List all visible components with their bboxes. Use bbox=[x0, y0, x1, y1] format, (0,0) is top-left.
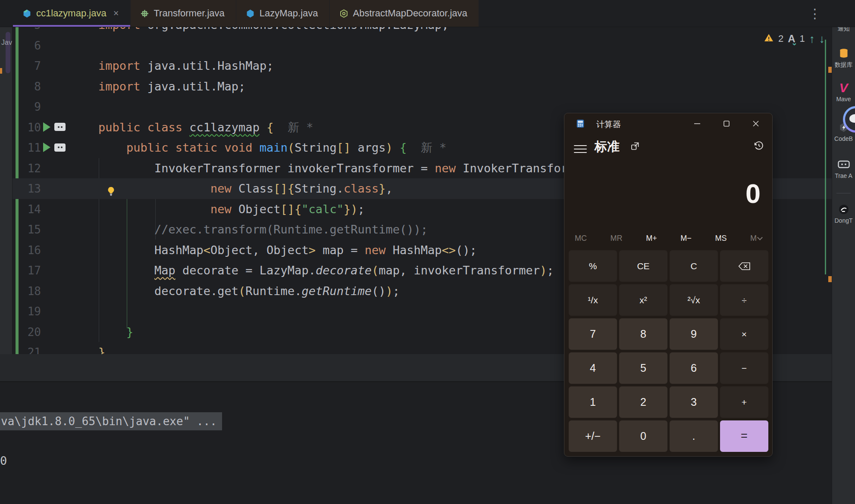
calc-button-8[interactable]: 8 bbox=[619, 318, 667, 350]
maven-icon: V bbox=[832, 82, 855, 94]
assistant-avatar-face bbox=[845, 108, 855, 131]
tab-close-icon[interactable]: × bbox=[113, 9, 119, 18]
code-line-5[interactable]: 5import org.apache.commons.collections.m… bbox=[12, 27, 832, 35]
sidebar-item-Trae A[interactable]: Trae A bbox=[832, 159, 855, 179]
keep-on-top-icon[interactable] bbox=[630, 141, 640, 153]
code-text: //exec.transform(Runtime.getRuntime()); bbox=[154, 219, 428, 240]
memory-button-M+[interactable]: M+ bbox=[646, 234, 657, 243]
calc-button-9[interactable]: 9 bbox=[670, 318, 718, 350]
tab-Transformer.java[interactable]: Transformer.java bbox=[131, 0, 236, 27]
calc-button-4[interactable]: 4 bbox=[569, 352, 617, 384]
left-tool-stripe: Jav bbox=[0, 27, 13, 354]
calc-button-×[interactable]: × bbox=[720, 318, 768, 350]
calc-button-5[interactable]: 5 bbox=[619, 352, 667, 384]
minimize-button[interactable] bbox=[687, 115, 707, 132]
calc-button-2[interactable]: 2 bbox=[619, 386, 667, 418]
line-number: 16 bbox=[24, 240, 41, 261]
memory-button-MR[interactable]: MR bbox=[611, 234, 623, 243]
line-number: 19 bbox=[24, 301, 41, 322]
code-text: new Class[]{String.class}, bbox=[210, 178, 393, 199]
line-number: 14 bbox=[24, 199, 41, 220]
calc-button-1[interactable]: 1 bbox=[569, 386, 617, 418]
sidebar-item-label: CodeB bbox=[832, 135, 855, 142]
code-line-8[interactable]: 8import java.util.Map; bbox=[12, 76, 832, 97]
memory-button-MS[interactable]: MS bbox=[715, 234, 727, 243]
calc-button-6[interactable]: 6 bbox=[670, 352, 718, 384]
stripe-scroll-pill[interactable] bbox=[6, 32, 10, 73]
calc-button-%[interactable]: % bbox=[569, 250, 617, 282]
sidebar-item-Mave[interactable]: VMave bbox=[832, 82, 855, 103]
editor-scrollbar[interactable] bbox=[825, 40, 826, 274]
ai-chat-gutter-icon[interactable] bbox=[54, 143, 66, 152]
code-text: public class cc1lazymap { 新 * bbox=[98, 117, 313, 138]
code-text: import java.util.Map; bbox=[98, 76, 245, 97]
error-stripe-mark[interactable] bbox=[828, 276, 832, 282]
ai-chat-gutter-icon[interactable] bbox=[54, 123, 66, 131]
typo-icon: A⌄ bbox=[788, 33, 795, 45]
code-text: Map decorate = LazyMap.decorate(map, inv… bbox=[154, 260, 554, 281]
memory-button-M−[interactable]: M− bbox=[680, 234, 692, 243]
maximize-button[interactable] bbox=[717, 115, 736, 132]
code-text: InvokerTransformer invokerTransformer = … bbox=[154, 158, 582, 179]
calc-button-¹/x[interactable]: ¹/x bbox=[569, 284, 617, 316]
tab-cc1lazymap.java[interactable]: cc1lazymap.java× bbox=[13, 0, 131, 27]
line-number: 12 bbox=[24, 158, 41, 179]
sidebar-item-DongT[interactable]: DongT bbox=[832, 203, 855, 224]
typo-count: 1 bbox=[800, 33, 805, 44]
calc-button-²√x[interactable]: ²√x bbox=[670, 284, 718, 316]
history-icon[interactable] bbox=[753, 140, 764, 153]
calculator-app-icon bbox=[576, 119, 585, 130]
chevron-down-icon bbox=[757, 235, 763, 240]
line-number: 6 bbox=[24, 35, 41, 56]
sidebar-item-label: DongT bbox=[832, 217, 855, 224]
next-problem-arrow-icon[interactable]: ↓ bbox=[819, 33, 825, 44]
code-text: new Object[]{"calc"}); bbox=[210, 199, 365, 220]
calc-button-÷[interactable]: ÷ bbox=[720, 284, 768, 316]
line-number: 9 bbox=[24, 96, 41, 117]
calculator-display: 0 bbox=[564, 178, 772, 217]
calc-button-+/−[interactable]: +/− bbox=[569, 420, 617, 452]
run-gutter-icons[interactable] bbox=[43, 122, 66, 132]
memory-button-M-dropdown[interactable]: M bbox=[750, 234, 762, 243]
calc-button-3[interactable]: 3 bbox=[670, 386, 718, 418]
tab-label: LazyMap.java bbox=[260, 8, 318, 19]
run-gutter-icons[interactable] bbox=[43, 143, 66, 152]
calculator-nav: 标准 bbox=[564, 137, 772, 159]
tab-AbstractMapDecorator.java[interactable]: AbstractMapDecorator.java bbox=[330, 0, 479, 27]
line-number: 5 bbox=[24, 27, 41, 35]
console-command-line[interactable]: va\jdk1.8.0_65\bin\java.exe" ... bbox=[1, 412, 217, 430]
calculator-titlebar[interactable]: 计算器 bbox=[564, 113, 772, 134]
calculator-window: 计算器 标准 0 MCMRM+M−MSM %CEC¹/xx²²√x÷789×45… bbox=[564, 113, 773, 457]
calc-button-+[interactable]: + bbox=[720, 386, 768, 418]
run-play-icon[interactable] bbox=[43, 122, 50, 132]
more-options-kebab-icon[interactable]: ⋮ bbox=[808, 6, 821, 21]
run-play-icon[interactable] bbox=[43, 143, 50, 152]
error-stripe-mark[interactable] bbox=[828, 67, 832, 73]
calc-button-CE[interactable]: CE bbox=[619, 250, 667, 282]
calc-button-0[interactable]: 0 bbox=[619, 420, 667, 452]
memory-button-MC[interactable]: MC bbox=[575, 234, 587, 243]
class2-file-icon bbox=[246, 9, 255, 18]
code-line-6[interactable]: 6 bbox=[12, 35, 832, 56]
previous-problem-arrow-icon[interactable]: ↑ bbox=[809, 33, 815, 44]
calc-button-.[interactable]: . bbox=[670, 420, 718, 452]
tab-label: AbstractMapDecorator.java bbox=[353, 8, 467, 19]
inspections-widget[interactable]: 2 A⌄ 1 ↑ ↓ bbox=[764, 33, 825, 45]
sidebar-divider bbox=[836, 193, 851, 193]
editor-tab-bar: cc1lazymap.java×Transformer.javaLazyMap.… bbox=[0, 0, 855, 27]
menu-hamburger-icon[interactable] bbox=[574, 143, 587, 154]
sidebar-item-数据库[interactable]: 数据库 bbox=[832, 47, 855, 69]
calc-button-7[interactable]: 7 bbox=[569, 318, 617, 350]
calc-button-−[interactable]: − bbox=[720, 352, 768, 384]
close-button[interactable] bbox=[746, 115, 766, 132]
calc-button-backspace[interactable] bbox=[720, 250, 768, 282]
code-line-7[interactable]: 7import java.util.HashMap; bbox=[12, 56, 832, 76]
calc-button-C[interactable]: C bbox=[670, 250, 718, 282]
line-number: 15 bbox=[24, 219, 41, 240]
code-text: HashMap<Object, Object> map = new HashMa… bbox=[154, 240, 477, 261]
left-stripe-mark bbox=[0, 68, 2, 74]
calc-button-=[interactable]: = bbox=[720, 420, 768, 452]
tab-LazyMap.java[interactable]: LazyMap.java bbox=[236, 0, 330, 27]
tab-label: cc1lazymap.java bbox=[36, 8, 106, 19]
calc-button-x²[interactable]: x² bbox=[619, 284, 667, 316]
